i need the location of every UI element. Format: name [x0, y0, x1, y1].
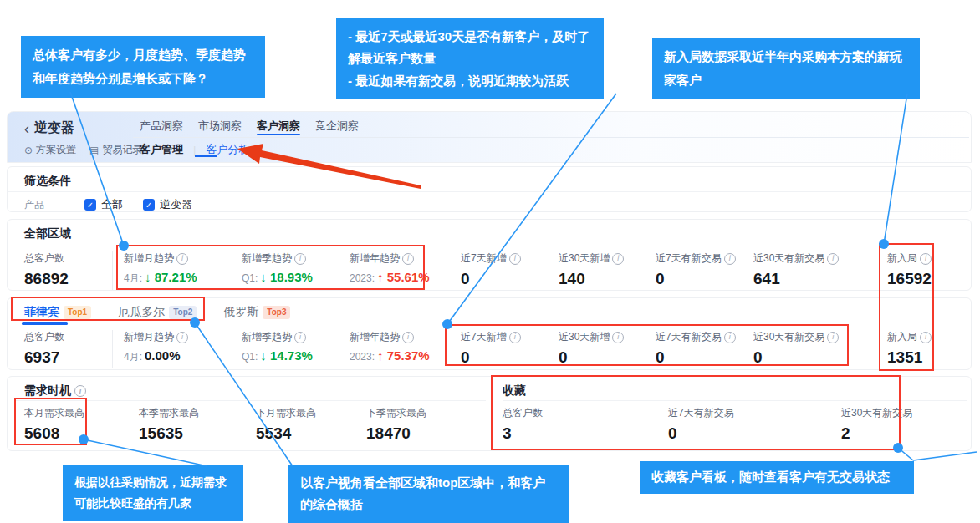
main-tabs: 产品洞察 市场洞察 客户洞察 竞企洞察: [140, 117, 359, 135]
stat-new-7d: 近7天新增i 0: [461, 251, 521, 288]
product-filter-label: 产品: [24, 198, 44, 212]
header-actions: ⊙ 方案设置 ▤ 贸易记录: [24, 143, 142, 157]
trade-records-button[interactable]: ▤ 贸易记录: [89, 143, 142, 157]
document-icon: ▤: [89, 145, 99, 156]
info-icon[interactable]: i: [827, 253, 839, 265]
country-tabs: 菲律宾 Top1 厄瓜多尔 Top2 俄罗斯 Top3: [24, 305, 290, 320]
callout-favorites: 收藏客户看板，随时查看客户有无交易状态: [640, 461, 914, 494]
active-subtab-underline: [195, 155, 217, 157]
stat-yearly-trend: 新增年趋势i 2023:↑ 55.61%: [350, 251, 430, 284]
stat-demand-next-quarter: 下季需求最高 18470: [366, 406, 426, 443]
page-title-row: ‹ 逆变器: [24, 119, 74, 137]
stat-trade-30d: 近30天有新交易i 0: [753, 330, 839, 367]
stat-new-entrant: 新入局i 1351: [887, 330, 932, 367]
callout-demand: 根据以往采购情况，近期需求可能比较旺盛的有几家: [63, 465, 243, 521]
subtab-customer-management[interactable]: 客户管理: [140, 142, 183, 157]
stat-new-30d: 近30天新增i 0: [559, 330, 624, 367]
info-icon[interactable]: i: [294, 332, 306, 343]
stat-yearly-trend: 新增年趋势i 2023:↑ 75.37%: [350, 330, 430, 363]
trade-records-label: 贸易记录: [102, 143, 142, 157]
demand-divider: [16, 400, 486, 401]
bottom-section: 需求时机i 本月需求最高 5608 本季需求最高 15635 下月需求最高 55…: [7, 376, 972, 451]
checkbox-all[interactable]: ✓ 全部: [84, 197, 123, 212]
checkbox-inverter-label: 逆变器: [160, 197, 192, 212]
stat-monthly-trend: 新增月趋势i 4月:0.00%: [124, 330, 188, 364]
connector-favorites-tail: [913, 452, 977, 460]
filter-section: 筛选条件 产品 ✓ 全部 ✓ 逆变器: [7, 166, 972, 212]
info-icon[interactable]: i: [612, 332, 624, 343]
favorites-divider: [503, 400, 967, 401]
stat-total-customers: 总客户数 86892: [24, 251, 113, 290]
subtab-separator: |: [193, 144, 196, 156]
callout-trend: 总体客户有多少，月度趋势、季度趋势和年度趋势分别是增长或下降？: [21, 36, 265, 98]
stat-quarterly-trend: 新增季趋势i Q1:↓ 18.93%: [242, 251, 313, 284]
info-icon[interactable]: i: [74, 385, 86, 397]
filter-title: 筛选条件: [24, 174, 71, 189]
stat-demand-this-quarter: 本季需求最高 15635: [139, 406, 199, 443]
stat-demand-next-month: 下月需求最高 5534: [256, 406, 316, 443]
stat-new-7d: 近7天新增i 0: [461, 330, 521, 367]
checkbox-inverter[interactable]: ✓ 逆变器: [143, 197, 192, 212]
stat-trade-7d: 近7天有新交易i 0: [656, 251, 736, 288]
stat-new-30d: 近30天新增i 140: [559, 251, 624, 288]
filter-divider: [8, 191, 971, 192]
stat-quarterly-trend: 新增季趋势i Q1:↓ 14.73%: [242, 330, 313, 363]
stat-trade-30d: 近30天有新交易i 641: [753, 251, 839, 288]
top-region-section: 菲律宾 Top1 厄瓜多尔 Top2 俄罗斯 Top3 总客户数 6937 新增…: [7, 297, 972, 370]
stat-trade-7d: 近7天有新交易i 0: [656, 330, 736, 367]
info-icon[interactable]: i: [724, 332, 736, 343]
stat-fav-trade-30d: 近30天有新交易 2: [841, 406, 912, 443]
demand-title: 需求时机i: [24, 383, 86, 399]
info-icon[interactable]: i: [509, 253, 521, 265]
tab-customer-insight[interactable]: 客户洞察: [257, 117, 300, 135]
stat-fav-total: 总客户数 3: [503, 406, 543, 443]
plan-settings-label: 方案设置: [36, 143, 76, 157]
tab-russia[interactable]: 俄罗斯 Top3: [223, 305, 290, 320]
section-vertical-divider: [491, 377, 492, 450]
all-region-title: 全部区域: [24, 226, 71, 241]
all-region-section: 全部区域 总客户数 86892 新增月趋势i 4月:↓ 87.21% 新增季趋势…: [7, 219, 972, 291]
callout-new-entrant: 新入局数据采取近半年内采购本方案的新玩家客户: [652, 38, 920, 99]
checkbox-checked-icon: ✓: [143, 199, 155, 211]
info-icon[interactable]: i: [176, 253, 188, 265]
tab-competitor-insight[interactable]: 竞企洞察: [315, 117, 359, 135]
tabs-divider: [133, 137, 969, 138]
plan-settings-button[interactable]: ⊙ 方案设置: [24, 143, 76, 157]
top3-badge: Top3: [263, 306, 290, 319]
info-icon[interactable]: i: [402, 332, 414, 343]
app-header: ‹ 逆变器 ⊙ 方案设置 ▤ 贸易记录 产品洞察 市场洞察 客户洞察 竞企洞察 …: [7, 111, 972, 163]
stat-new-entrant: 新入局i 16592: [887, 251, 932, 288]
info-icon[interactable]: i: [724, 253, 736, 265]
gear-icon: ⊙: [24, 145, 33, 156]
callout-perspective: 以客户视角看全部区域和top区域中，和客户的综合概括: [288, 465, 569, 523]
stat-demand-this-month: 本月需求最高 5608: [24, 406, 84, 443]
checkbox-all-label: 全部: [101, 197, 123, 212]
info-icon[interactable]: i: [920, 332, 932, 343]
stat-total-customers: 总客户数 6937: [24, 330, 113, 368]
callout-recent-activity: - 最近7天或最近30天是否有新客户，及时了解最近客户数量 - 最近如果有新交易…: [336, 18, 604, 99]
tab-philippines[interactable]: 菲律宾 Top1: [24, 305, 91, 320]
page-title: 逆变器: [34, 119, 74, 137]
tab-product-insight[interactable]: 产品洞察: [140, 117, 183, 135]
info-icon[interactable]: i: [402, 253, 414, 265]
info-icon[interactable]: i: [920, 253, 932, 265]
stat-fav-trade-7d: 近7天有新交易 0: [668, 406, 734, 443]
tab-ecuador[interactable]: 厄瓜多尔 Top2: [118, 305, 197, 320]
info-icon[interactable]: i: [612, 253, 624, 265]
back-icon[interactable]: ‹: [24, 121, 29, 136]
active-tab-underline: [257, 134, 300, 135]
page: ‹ 逆变器 ⊙ 方案设置 ▤ 贸易记录 产品洞察 市场洞察 客户洞察 竞企洞察 …: [0, 0, 980, 523]
info-icon[interactable]: i: [294, 253, 306, 265]
checkbox-checked-icon: ✓: [84, 199, 96, 211]
tab-market-insight[interactable]: 市场洞察: [198, 117, 242, 135]
info-icon[interactable]: i: [176, 332, 188, 343]
info-icon[interactable]: i: [509, 332, 521, 343]
active-country-underline: [22, 322, 68, 325]
favorites-title: 收藏: [503, 383, 526, 399]
top2-badge: Top2: [169, 306, 197, 319]
top1-badge: Top1: [64, 306, 91, 319]
filter-row: 产品 ✓ 全部 ✓ 逆变器: [24, 197, 192, 212]
stat-monthly-trend: 新增月趋势i 4月:↓ 87.21%: [124, 251, 197, 286]
info-icon[interactable]: i: [827, 332, 839, 343]
